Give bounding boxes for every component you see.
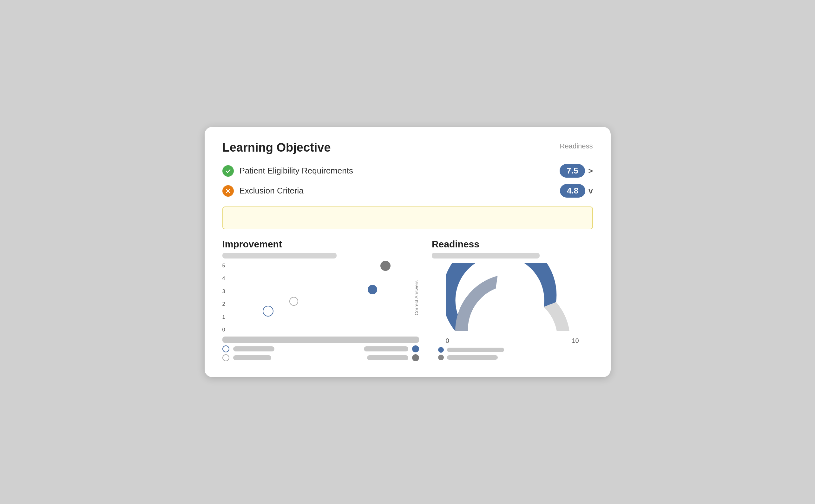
dot-blue-filled xyxy=(368,285,377,294)
y-label-4: 4 xyxy=(222,276,225,281)
legend-area xyxy=(222,337,419,361)
objective-icon-2 xyxy=(222,185,234,197)
readiness-subtitle-bar xyxy=(432,253,540,259)
chevron-1[interactable]: > xyxy=(588,167,593,175)
gauge-legend-bar-1 xyxy=(447,348,504,352)
improvement-title: Improvement xyxy=(222,239,419,250)
y-label-5: 5 xyxy=(222,263,225,269)
gauge-labels-row: 0 10 xyxy=(446,337,579,344)
y-label-1: 1 xyxy=(222,314,225,320)
legend-bar-1a xyxy=(233,346,274,351)
objective-right-1[interactable]: 7.5 > xyxy=(560,164,593,178)
y-axis-labels: 5 4 3 2 1 0 xyxy=(222,263,228,333)
improvement-subtitle-bar xyxy=(222,253,337,259)
score-badge-2: 4.8 xyxy=(560,184,585,198)
chevron-2[interactable]: v xyxy=(588,187,593,195)
gauge-gray-layer xyxy=(455,276,498,331)
legend-row-2 xyxy=(222,354,419,361)
objective-row-1: Patient Eligibility Requirements 7.5 > xyxy=(222,161,593,181)
improvement-section: Improvement 5 4 3 2 1 0 xyxy=(222,239,419,363)
header-row: Learning Objective Readiness xyxy=(222,141,593,154)
gauge-svg-main xyxy=(446,263,579,336)
legend-bar-2a xyxy=(233,355,271,360)
legend-dot-blue-outline xyxy=(222,345,229,352)
objectives-list: Patient Eligibility Requirements 7.5 > E… xyxy=(222,161,593,201)
legend-dot-gray-filled-2 xyxy=(412,354,419,361)
page-title: Learning Objective xyxy=(222,141,331,154)
legend-bar-1b xyxy=(364,346,408,351)
legend-row-1 xyxy=(222,345,419,352)
h-line-1 xyxy=(227,319,411,319)
h-line-2 xyxy=(227,305,411,305)
bottom-section: Improvement 5 4 3 2 1 0 xyxy=(222,239,593,363)
dot-gray-top xyxy=(380,261,391,271)
readiness-header-label: Readiness xyxy=(560,142,593,150)
gauge-legend-row-2 xyxy=(438,355,593,360)
objective-icon-1 xyxy=(222,165,234,177)
h-line-0 xyxy=(227,333,411,333)
gauge-light-layer xyxy=(544,302,569,331)
objective-left-2: Exclusion Criteria xyxy=(222,185,304,197)
exclusion-panel xyxy=(222,206,593,229)
gauge-legend-row-1 xyxy=(438,347,593,353)
dot-gray-outline xyxy=(289,297,298,306)
h-line-4 xyxy=(227,277,411,277)
readiness-section: Readiness xyxy=(432,239,593,363)
objective-right-2[interactable]: 4.8 v xyxy=(560,184,593,198)
score-badge-1: 7.5 xyxy=(560,164,585,178)
objective-row-2: Exclusion Criteria 4.8 v xyxy=(222,181,593,201)
legend-full-bar xyxy=(222,337,419,343)
y-axis-title: Correct Answers xyxy=(412,280,419,315)
dot-chart: 5 4 3 2 1 0 xyxy=(222,263,419,333)
gauge-x-min: 0 xyxy=(446,337,449,344)
gauge-legend-dot-gray xyxy=(438,355,444,360)
main-card: Learning Objective Readiness Patient Eli… xyxy=(205,127,611,377)
y-label-3: 3 xyxy=(222,289,225,294)
objective-text-2: Exclusion Criteria xyxy=(240,186,304,196)
dot-chart-plot xyxy=(227,263,411,333)
gauge-mask xyxy=(446,331,579,336)
y-label-2: 2 xyxy=(222,301,225,307)
legend-bar-2b xyxy=(367,355,408,360)
dot-blue-outline xyxy=(263,306,273,317)
objective-left-1: Patient Eligibility Requirements xyxy=(222,165,353,177)
legend-dot-blue-filled-2 xyxy=(412,345,419,352)
gauge-legend-dot-blue xyxy=(438,347,444,353)
objective-text-1: Patient Eligibility Requirements xyxy=(240,166,353,176)
legend-dot-gray-outline xyxy=(222,354,229,361)
y-label-0: 0 xyxy=(222,327,225,333)
h-line-3 xyxy=(227,291,411,291)
readiness-title: Readiness xyxy=(432,239,593,250)
gauge-x-max: 10 xyxy=(572,337,579,344)
gauge-wrapper xyxy=(446,263,579,336)
gauge-legend-bar-2 xyxy=(447,355,498,360)
gauge-legend xyxy=(438,347,593,362)
